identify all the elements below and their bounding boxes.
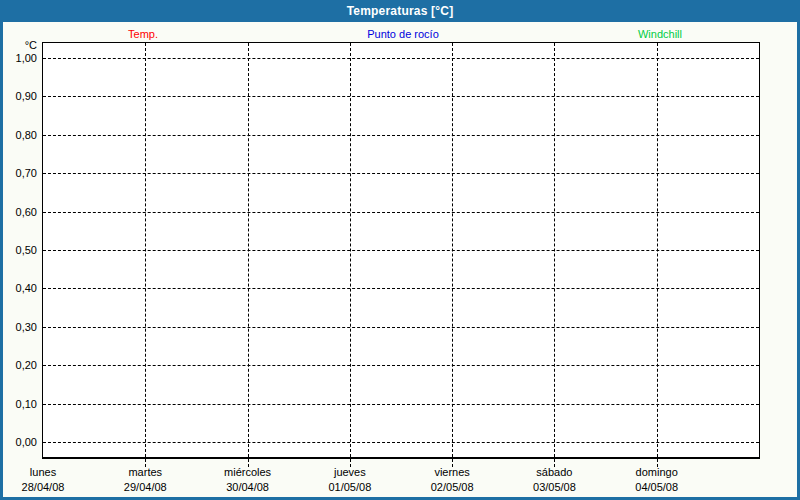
y-tick-label: 0,60 xyxy=(3,206,37,219)
day-name: lunes xyxy=(22,465,65,480)
y-tick-label: 0,30 xyxy=(3,321,37,334)
y-tick-label: 0,80 xyxy=(3,129,37,142)
day-date: 28/04/08 xyxy=(22,480,65,495)
x-gridline xyxy=(350,43,351,457)
y-tick-label: 1,00 xyxy=(3,52,37,65)
x-gridline xyxy=(145,43,146,457)
y-gridline xyxy=(43,212,759,213)
x-gridline xyxy=(248,43,249,457)
y-gridline xyxy=(43,96,759,97)
y-tick-label: 0,40 xyxy=(3,282,37,295)
day-name: domingo xyxy=(635,465,678,480)
x-gridline xyxy=(657,43,658,457)
legend-item-windchill: Windchill xyxy=(638,28,682,40)
y-gridline xyxy=(43,288,759,289)
x-axis-day-label: sábado03/05/08 xyxy=(533,465,576,495)
y-gridline xyxy=(43,327,759,328)
day-name: sábado xyxy=(533,465,576,480)
day-name: viernes xyxy=(431,465,474,480)
day-date: 29/04/08 xyxy=(124,480,167,495)
weather-chart-window: Temperaturas [°C] °C 1,000,900,800,700,6… xyxy=(0,0,800,500)
y-tick-label: 0,20 xyxy=(3,359,37,372)
plot-area xyxy=(42,42,760,459)
y-gridline xyxy=(43,442,759,443)
y-tick-label: 0,90 xyxy=(3,90,37,103)
day-date: 03/05/08 xyxy=(533,480,576,495)
day-date: 02/05/08 xyxy=(431,480,474,495)
chart-titlebar: Temperaturas [°C] xyxy=(0,0,800,22)
y-gridline xyxy=(43,365,759,366)
y-tick-label: 0,50 xyxy=(3,244,37,257)
x-axis-day-label: viernes02/05/08 xyxy=(431,465,474,495)
x-axis-day-label: jueves01/05/08 xyxy=(328,465,371,495)
y-gridline xyxy=(43,58,759,59)
legend-item-punto-de-roc-o: Punto de rocío xyxy=(367,28,439,40)
x-gridline xyxy=(554,43,555,457)
x-gridline xyxy=(452,43,453,457)
y-gridline xyxy=(43,404,759,405)
day-name: miércoles xyxy=(224,465,271,480)
x-axis-day-label: lunes28/04/08 xyxy=(22,465,65,495)
chart-title: Temperaturas [°C] xyxy=(0,0,800,22)
y-gridline xyxy=(43,250,759,251)
legend-item-temp: Temp. xyxy=(128,28,158,40)
day-date: 04/05/08 xyxy=(635,480,678,495)
y-tick-label: 0,10 xyxy=(3,398,37,411)
day-name: jueves xyxy=(328,465,371,480)
y-axis-unit-label: °C xyxy=(3,39,37,51)
day-name: martes xyxy=(124,465,167,480)
y-tick-label: 0,70 xyxy=(3,167,37,180)
day-date: 30/04/08 xyxy=(224,480,271,495)
y-gridline xyxy=(43,135,759,136)
x-axis-day-label: miércoles30/04/08 xyxy=(224,465,271,495)
x-axis-day-label: domingo04/05/08 xyxy=(635,465,678,495)
x-axis-day-label: martes29/04/08 xyxy=(124,465,167,495)
day-date: 01/05/08 xyxy=(328,480,371,495)
y-tick-label: 0,00 xyxy=(3,436,37,449)
y-gridline xyxy=(43,173,759,174)
